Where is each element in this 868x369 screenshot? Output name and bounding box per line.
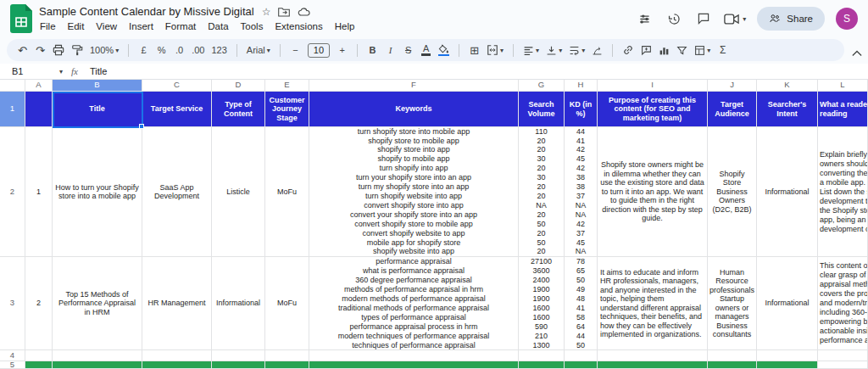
cell-A5[interactable] <box>25 361 53 369</box>
font-size-input[interactable]: 10 <box>308 43 330 58</box>
cell-C1[interactable]: Target Service <box>142 92 212 127</box>
cell-F1[interactable]: Keywords <box>309 92 519 127</box>
bold-button[interactable]: B <box>367 42 378 58</box>
meet-button[interactable]: ▾ <box>724 14 746 25</box>
cell-D1[interactable]: Type of Content <box>212 92 265 127</box>
merge-cells-button[interactable]: ▾ <box>487 42 504 58</box>
text-color-button[interactable]: A <box>420 42 431 58</box>
col-header-D[interactable]: D <box>212 80 265 92</box>
cell-I1[interactable]: Purpose of creating this content (for SE… <box>598 92 708 127</box>
print-button[interactable] <box>53 42 64 58</box>
cell-J1[interactable]: Target Audience <box>708 92 757 127</box>
row-header-2[interactable]: 2 <box>0 127 25 257</box>
cell-G1[interactable]: Search Volume <box>519 92 565 127</box>
borders-button[interactable]: ⊞ <box>469 42 480 58</box>
menu-item[interactable]: Tools <box>235 20 270 32</box>
cell-E4[interactable] <box>265 350 309 361</box>
cell-I4[interactable] <box>598 350 708 361</box>
paint-format-button[interactable] <box>71 42 83 58</box>
cell-C4[interactable] <box>142 350 212 361</box>
col-header-B[interactable]: B <box>53 80 142 92</box>
cell-E3[interactable]: MoFu <box>265 257 309 350</box>
cell-E2[interactable]: MoFu <box>265 127 309 257</box>
formula-input[interactable]: Title <box>90 66 107 76</box>
cell-K4[interactable] <box>757 350 818 361</box>
star-icon[interactable]: ☆ <box>262 6 271 18</box>
row-header-5[interactable]: 5 <box>0 361 25 369</box>
cell-L5[interactable] <box>818 361 868 369</box>
cell-L4[interactable] <box>818 350 868 361</box>
number-format-button[interactable]: 123 <box>211 42 226 58</box>
cell-E1[interactable]: Customer Journey Stage <box>265 92 309 127</box>
cell-C2[interactable]: SaaS App Development <box>142 127 212 257</box>
cell-H3-kd[interactable]: 78655049484158644450 <box>565 257 598 350</box>
cell-F5[interactable] <box>309 361 519 369</box>
cell-E5[interactable] <box>265 361 309 369</box>
cell-B5[interactable] <box>53 361 142 369</box>
cell-G3-volumes[interactable]: 271003600240019001900160016005902101300 <box>519 257 565 350</box>
cell-B2[interactable]: How to turn your Shopify store into a mo… <box>53 127 142 257</box>
cell-H2-kd[interactable]: 4441424542383837NANA423745NA <box>565 127 598 257</box>
col-header-H[interactable]: H <box>565 80 598 92</box>
cell-G5[interactable] <box>519 361 565 369</box>
cell-A1[interactable] <box>25 92 53 127</box>
functions-button[interactable]: Σ <box>717 42 728 58</box>
document-title[interactable]: Sample Content Calendar by Missive Digit… <box>39 5 254 18</box>
cell-L1[interactable]: What a readereading <box>818 92 868 127</box>
cell-A2[interactable]: 1 <box>25 127 53 257</box>
cell-G2-volumes[interactable]: 11020203020302020NA2050205020 <box>519 127 565 257</box>
cloud-status-icon[interactable] <box>298 7 311 17</box>
decrease-decimal-button[interactable]: .0 <box>174 42 185 58</box>
cell-L2[interactable]: Explain briefly wowners shouldconverting… <box>818 127 868 257</box>
cell-H4[interactable] <box>565 350 598 361</box>
cell-B1[interactable]: Title <box>53 92 142 127</box>
cell-K5[interactable] <box>757 361 818 369</box>
decrease-font-size-button[interactable]: − <box>290 42 301 58</box>
undo-button[interactable]: ↶ <box>17 42 28 58</box>
col-header-E[interactable]: E <box>265 80 309 92</box>
cell-D2[interactable]: Listicle <box>212 127 265 257</box>
version-history-button[interactable] <box>665 9 683 28</box>
cell-G4[interactable] <box>519 350 565 361</box>
horizontal-align-button[interactable]: ▾ <box>523 42 539 58</box>
cell-H1[interactable]: KD (in %) <box>565 92 598 127</box>
cell-C5[interactable] <box>142 361 212 369</box>
cell-I2[interactable]: Shopify store owners might be in dilemma… <box>598 127 708 257</box>
create-filter-button[interactable] <box>676 42 687 58</box>
increase-font-size-button[interactable]: + <box>337 42 348 58</box>
cell-I3[interactable]: It aims to educate and inform HR profess… <box>598 257 708 350</box>
menu-item[interactable]: Data <box>202 20 234 32</box>
menu-item[interactable]: Help <box>329 20 361 32</box>
menu-item[interactable]: File <box>34 20 62 32</box>
cell-J3[interactable]: Human Resource professionals Startup own… <box>708 257 757 350</box>
fill-color-button[interactable] <box>438 42 449 58</box>
cell-B4[interactable] <box>53 350 142 361</box>
cell-D3[interactable]: Informational <box>212 257 265 350</box>
cell-H5[interactable] <box>565 361 598 369</box>
comments-button[interactable] <box>694 9 713 28</box>
col-header-J[interactable]: J <box>708 80 757 92</box>
row-header-3[interactable]: 3 <box>0 257 25 350</box>
col-header-K[interactable]: K <box>757 80 818 92</box>
menu-item[interactable]: Edit <box>62 20 91 32</box>
table-views-button[interactable]: ▾ <box>694 42 710 58</box>
increase-decimal-button[interactable]: .00 <box>192 42 204 58</box>
sheets-logo-icon[interactable] <box>10 4 32 36</box>
move-folder-icon[interactable] <box>278 7 290 17</box>
cell-B3[interactable]: Top 15 Methods of Performance Appraisal … <box>53 257 142 350</box>
cell-K1[interactable]: Searcher's Intent <box>757 92 818 127</box>
hide-menus-button[interactable] <box>852 45 862 60</box>
cell-A4[interactable] <box>25 350 53 361</box>
menu-item[interactable]: Insert <box>123 20 159 32</box>
cell-L3[interactable]: This content offclear grasp ofappraisal … <box>818 257 868 350</box>
cell-J4[interactable] <box>708 350 757 361</box>
menu-item[interactable]: Format <box>159 20 202 32</box>
cell-K2[interactable]: Informational <box>757 127 818 257</box>
cell-D5[interactable] <box>212 361 265 369</box>
text-rotate-button[interactable] <box>592 42 603 58</box>
cell-D4[interactable] <box>212 350 265 361</box>
cell-F3-keywords[interactable]: performance appraisalwhat is performance… <box>309 257 519 350</box>
cell-F2-keywords[interactable]: turn shopify store into mobile appshopif… <box>309 127 519 257</box>
col-header-G[interactable]: G <box>519 80 565 92</box>
strikethrough-button[interactable]: S <box>403 42 414 58</box>
